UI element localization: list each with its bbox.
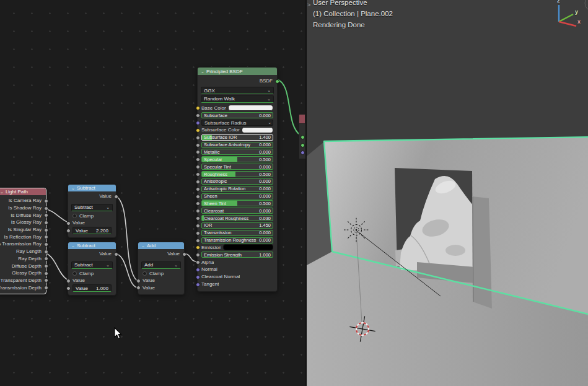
param-slider[interactable]: Sheen Tint 0.500: [201, 200, 273, 206]
clamp-checkbox[interactable]: [72, 214, 77, 218]
node-add[interactable]: ⌄ Add Value Add ⌄ Clamp Value Value: [138, 242, 185, 295]
socket[interactable]: [196, 253, 200, 257]
socket[interactable]: [44, 278, 48, 283]
socket[interactable]: [136, 279, 141, 283]
bsdf-param-row[interactable]: Normal ⌄ Normal: [198, 266, 277, 273]
operation-dropdown[interactable]: Subtract ⌄: [71, 261, 113, 269]
bsdf-param-row[interactable]: Alpha ⌄ Alpha: [198, 258, 277, 266]
bsdf-param-row[interactable]: Sheen Tint ⌄ Sheen Tint 0.500: [198, 200, 277, 207]
socket[interactable]: [196, 172, 200, 177]
socket[interactable]: [196, 136, 200, 140]
socket[interactable]: [196, 195, 200, 199]
axis-gizmo[interactable]: z y x: [557, 0, 581, 26]
socket[interactable]: [196, 260, 200, 265]
socket[interactable]: [66, 229, 71, 233]
value-field[interactable]: Value 1.000: [72, 284, 112, 292]
bsdf-param-row[interactable]: Emission Strength ⌄ Emission Strength 1.…: [198, 251, 277, 258]
param-slider[interactable]: Metallic 0.000: [201, 149, 273, 155]
socket[interactable]: [196, 157, 200, 162]
param-slider[interactable]: Subsurface IOR 1.400: [201, 134, 273, 141]
node-bsdf-header[interactable]: ⌄ Principled BSDF: [198, 68, 277, 75]
color-swatch[interactable]: [223, 244, 273, 250]
node-subtract-1[interactable]: ⌄ Subtract Value Subtract ⌄ Clamp Value: [68, 184, 116, 238]
socket[interactable]: [196, 224, 200, 228]
param-slider[interactable]: IOR 1.450: [201, 222, 273, 229]
bsdf-param-row[interactable]: Subsurface ⌄ Subsurface 0.000: [198, 112, 277, 119]
bsdf-param-row[interactable]: Transmission Roughness ⌄ Transmission Ro…: [198, 237, 277, 244]
bsdf-param-row[interactable]: Clearcoat Roughness ⌄ Clearcoat Roughnes…: [198, 214, 277, 222]
socket[interactable]: [196, 165, 200, 169]
bsdf-param-row[interactable]: Subsurface Anisotropy ⌄ Subsurface Aniso…: [198, 141, 277, 149]
node-subtract-1-header[interactable]: ⌄ Subtract: [68, 185, 116, 191]
color-swatch[interactable]: [242, 127, 273, 133]
bsdf-param-row[interactable]: Subsurface Color ⌄ Subsurface Color: [198, 126, 277, 134]
socket[interactable]: [275, 79, 279, 84]
color-swatch[interactable]: [228, 105, 273, 111]
socket[interactable]: [44, 242, 48, 247]
param-slider[interactable]: Sheen 0.000: [201, 193, 273, 200]
bsdf-param-row[interactable]: Transmission ⌄ Transmission 0.000: [198, 229, 277, 237]
socket[interactable]: [44, 199, 48, 203]
socket[interactable]: [44, 228, 48, 232]
param-slider[interactable]: Anisotropic 0.000: [201, 178, 273, 185]
socket[interactable]: [196, 275, 200, 279]
socket[interactable]: [44, 221, 48, 225]
socket[interactable]: [301, 143, 305, 147]
socket[interactable]: [44, 264, 48, 268]
bsdf-param-row[interactable]: Anisotropic Rotation ⌄ Anisotropic Rotat…: [198, 185, 277, 193]
socket[interactable]: [44, 286, 48, 290]
param-slider[interactable]: Subsurface Anisotropy 0.000: [201, 142, 273, 148]
node-principled-bsdf[interactable]: ⌄ Principled BSDF BSDF GGX ⌄ Random Walk…: [197, 67, 278, 292]
param-slider[interactable]: Transmission Roughness 0.000: [201, 237, 273, 243]
param-slider[interactable]: Specular Tint 0.000: [201, 164, 273, 170]
node-add-header[interactable]: ⌄ Add: [138, 242, 184, 249]
bsdf-param-row[interactable]: Roughness ⌄ Roughness 0.500: [198, 170, 277, 178]
socket[interactable]: [44, 250, 48, 254]
operation-dropdown[interactable]: Add ⌄: [141, 261, 181, 269]
value-field[interactable]: Value 2.200: [72, 227, 112, 234]
chevron-down-icon[interactable]: ⌄: [141, 243, 145, 248]
bsdf-param-row[interactable]: Clearcoat ⌄ Clearcoat 0.000: [198, 207, 277, 214]
socket[interactable]: [44, 271, 48, 276]
socket[interactable]: [66, 286, 71, 291]
subsurface-method-dropdown[interactable]: Random Walk ⌄: [201, 95, 274, 103]
param-slider[interactable]: Roughness 0.500: [201, 171, 273, 177]
operation-dropdown[interactable]: Subtract ⌄: [71, 204, 113, 211]
socket[interactable]: [196, 113, 200, 118]
socket[interactable]: [301, 151, 305, 155]
bsdf-param-row[interactable]: Tangent ⌄ Tangent: [198, 281, 277, 288]
socket[interactable]: [44, 206, 48, 211]
chevron-down-icon[interactable]: ⌄: [201, 69, 204, 74]
bsdf-param-row[interactable]: Specular ⌄ Specular 0.500: [198, 156, 277, 163]
socket[interactable]: [196, 150, 200, 154]
param-slider[interactable]: Subsurface 0.000: [201, 112, 273, 118]
socket[interactable]: [196, 143, 200, 147]
socket[interactable]: [196, 216, 200, 221]
param-slider[interactable]: Specular 0.500: [201, 156, 273, 162]
param-slider[interactable]: Anisotropic Rotation 0.000: [201, 186, 273, 192]
bsdf-param-row[interactable]: IOR ⌄ IOR 1.450: [198, 222, 277, 229]
socket[interactable]: [44, 257, 48, 261]
node-subtract-2-header[interactable]: ⌄ Subtract: [68, 242, 116, 249]
chevron-down-icon[interactable]: ⌄: [0, 190, 4, 194]
bsdf-param-row[interactable]: Sheen ⌄ Sheen 0.000: [198, 193, 277, 200]
socket[interactable]: [196, 245, 200, 250]
bsdf-param-row[interactable]: Clearcoat Normal ⌄ Clearcoat Normal: [198, 273, 277, 281]
socket[interactable]: [196, 121, 200, 125]
socket[interactable]: [196, 239, 200, 243]
param-slider[interactable]: Clearcoat Roughness 0.030: [201, 215, 273, 221]
node-material-output-partial[interactable]: [299, 114, 305, 159]
bsdf-param-row[interactable]: Subsurface Radius ⌄ Subsurface Radius: [198, 119, 277, 126]
socket[interactable]: [301, 135, 305, 139]
navigate-gizmo-ball[interactable]: [585, 0, 588, 11]
socket[interactable]: [114, 195, 118, 199]
bsdf-param-row[interactable]: Subsurface IOR ⌄ Subsurface IOR 1.400: [198, 134, 277, 141]
node-material-output-header[interactable]: [299, 114, 305, 124]
bsdf-param-row[interactable]: Base Color ⌄ Base Color: [198, 105, 277, 112]
socket[interactable]: [66, 221, 71, 226]
socket[interactable]: [196, 180, 200, 184]
viewport-3d[interactable]: z y x > User Perspective (1) Collection …: [307, 0, 588, 386]
socket[interactable]: [196, 106, 200, 110]
shader-node-editor[interactable]: ⌄ Light Path Is Camera Ray Is Shadow Ray: [0, 0, 306, 386]
node-light-path[interactable]: ⌄ Light Path Is Camera Ray Is Shadow Ray: [0, 188, 46, 294]
